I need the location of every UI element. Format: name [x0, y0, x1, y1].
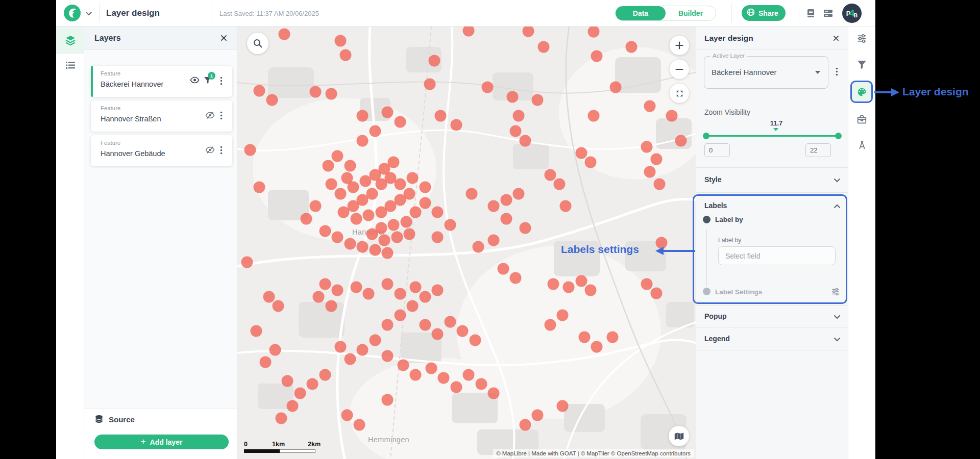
map-point[interactable]: [332, 285, 344, 296]
map-point[interactable]: [523, 27, 534, 37]
map-point[interactable]: [432, 207, 444, 218]
map-point[interactable]: [563, 282, 575, 293]
legend-list-button[interactable]: [56, 54, 84, 76]
basemap-style-button[interactable]: [669, 426, 689, 446]
map-point[interactable]: [345, 160, 356, 172]
map-point[interactable]: [651, 154, 663, 165]
zoom-in-button[interactable]: [670, 36, 689, 55]
map-point[interactable]: [488, 235, 500, 246]
goat-logo-icon[interactable]: [63, 4, 81, 22]
map-point[interactable]: [445, 316, 456, 328]
map-point[interactable]: [407, 300, 419, 312]
tab-builder[interactable]: Builder: [666, 6, 716, 20]
map-point[interactable]: [345, 238, 356, 250]
close-layers-panel-button[interactable]: [219, 33, 229, 43]
label-field-select[interactable]: [718, 246, 836, 265]
map-point[interactable]: [579, 332, 591, 343]
map-point[interactable]: [626, 41, 638, 53]
map-point[interactable]: [310, 86, 322, 98]
map-point[interactable]: [241, 257, 253, 268]
map-point[interactable]: [407, 172, 419, 184]
map-point[interactable]: [310, 200, 322, 212]
map-point[interactable]: [382, 278, 394, 290]
map-canvas[interactable]: Hannover Hemmingen 0 1km: [237, 27, 696, 459]
map-point[interactable]: [607, 332, 619, 343]
zoom-min-input[interactable]: [704, 143, 730, 157]
map-point[interactable]: [332, 150, 344, 162]
map-point[interactable]: [510, 125, 522, 137]
map-point[interactable]: [382, 319, 394, 331]
map-point[interactable]: [351, 213, 362, 225]
map-point[interactable]: [576, 275, 587, 287]
map-point[interactable]: [432, 328, 444, 340]
map-point[interactable]: [320, 369, 331, 381]
map-point[interactable]: [370, 335, 381, 346]
map-point[interactable]: [341, 410, 353, 421]
map-point[interactable]: [395, 178, 406, 190]
filter-tool-button[interactable]: [851, 54, 872, 75]
documentation-button[interactable]: [804, 7, 818, 20]
map-point[interactable]: [424, 79, 436, 90]
map-point[interactable]: [532, 94, 544, 106]
visibility-toggle[interactable]: [189, 75, 201, 85]
source-button[interactable]: Source: [94, 415, 135, 424]
layer-card-hannover-gebaeude[interactable]: Feature Hannover Gebäude: [91, 135, 232, 166]
map-point[interactable]: [451, 381, 462, 393]
map-point[interactable]: [588, 27, 600, 38]
toolbox-tool-button[interactable]: [851, 109, 872, 130]
map-point[interactable]: [588, 110, 600, 122]
tab-data[interactable]: Data: [616, 6, 666, 20]
map-point[interactable]: [545, 169, 556, 181]
map-point[interactable]: [457, 325, 469, 337]
map-point[interactable]: [326, 88, 337, 100]
map-point[interactable]: [354, 419, 365, 431]
map-point[interactable]: [376, 178, 387, 190]
layer-menu-button[interactable]: [219, 110, 224, 121]
map-point[interactable]: [576, 147, 587, 159]
map-point[interactable]: [432, 232, 444, 243]
map-point[interactable]: [363, 288, 375, 300]
map-point[interactable]: [429, 55, 440, 67]
map-point[interactable]: [560, 200, 572, 212]
section-popup[interactable]: Popup: [696, 305, 848, 327]
layers-tab-button[interactable]: [56, 27, 84, 54]
map-point[interactable]: [585, 285, 597, 296]
map-point[interactable]: [451, 119, 462, 131]
measure-tool-button[interactable]: [851, 135, 872, 156]
visibility-toggle[interactable]: [204, 110, 216, 120]
map-point[interactable]: [410, 369, 422, 381]
visibility-toggle[interactable]: [204, 145, 216, 155]
map-point[interactable]: [345, 353, 356, 365]
map-point[interactable]: [270, 344, 281, 356]
map-point[interactable]: [351, 282, 362, 293]
map-point[interactable]: [279, 29, 290, 40]
map-point[interactable]: [610, 82, 622, 93]
map-point[interactable]: [357, 344, 369, 356]
fullscreen-button[interactable]: [670, 84, 689, 103]
map-point[interactable]: [335, 35, 347, 47]
properties-tool-button[interactable]: [851, 28, 872, 49]
workspace-chevron-icon[interactable]: [85, 9, 92, 18]
zoom-max-input[interactable]: [805, 143, 831, 157]
map-point[interactable]: [363, 210, 375, 221]
zoom-out-button[interactable]: [670, 60, 689, 79]
map-point[interactable]: [260, 356, 272, 368]
map-point[interactable]: [591, 341, 603, 353]
layer-menu-button[interactable]: [219, 145, 224, 156]
filter-indicator[interactable]: 1: [203, 75, 213, 85]
map-point[interactable]: [513, 188, 525, 200]
map-point[interactable]: [326, 178, 337, 190]
map-point[interactable]: [244, 144, 256, 156]
map-point[interactable]: [282, 375, 293, 387]
map-point[interactable]: [404, 188, 415, 200]
map-point[interactable]: [348, 182, 359, 193]
label-by-radio[interactable]: [703, 216, 710, 223]
map-point[interactable]: [382, 394, 394, 406]
map-point[interactable]: [357, 135, 369, 147]
map-point[interactable]: [420, 182, 431, 193]
map-point[interactable]: [520, 419, 531, 431]
map-point[interactable]: [254, 85, 265, 97]
close-design-panel-button[interactable]: [831, 34, 841, 43]
share-button[interactable]: Share: [742, 5, 786, 21]
map-point[interactable]: [323, 160, 334, 172]
